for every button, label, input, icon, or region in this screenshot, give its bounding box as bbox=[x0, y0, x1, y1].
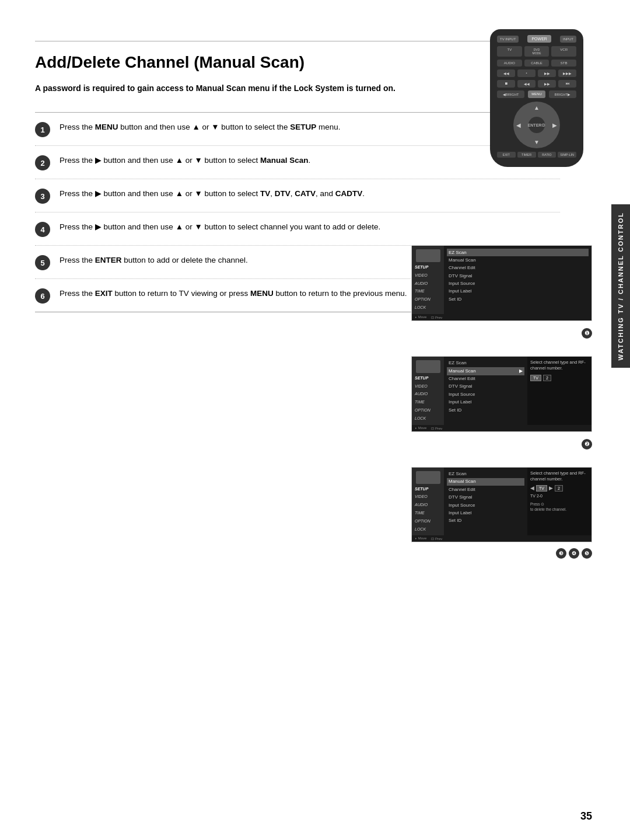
screenshots-area: SETUP VIDEO AUDIO TIME OPTION LOCK EZ Sc… bbox=[411, 245, 592, 576]
side-tab-text: WATCHING TV / CHANNEL CONTROL bbox=[617, 212, 624, 360]
menu-channel-edit-2: Channel Edit bbox=[449, 375, 523, 383]
step-number-2: 2 bbox=[35, 155, 50, 170]
nav-outer: ▲ ▼ ◀ ▶ ENTER⊙ bbox=[513, 102, 560, 148]
sidebar-video-2: VIDEO bbox=[412, 382, 444, 391]
menu-dtv-signal-2: DTV Signal bbox=[449, 383, 523, 391]
menu-input-label-1: Input Label bbox=[449, 288, 587, 295]
badge-4: ❹ bbox=[569, 548, 579, 559]
remote-top-row: TV INPUT POWER INPUT bbox=[497, 35, 576, 43]
remote-control-area: TV INPUT POWER INPUT TV DVDMODE VCR AUDI… bbox=[478, 29, 595, 167]
menu-ez-scan-3: EZ Scan bbox=[449, 470, 523, 478]
step-row-3: 3 Press the ▶ button and then use ▲ or ▼… bbox=[35, 179, 560, 212]
side-tab: WATCHING TV / CHANNEL CONTROL bbox=[611, 204, 630, 368]
vcr-button: VCR bbox=[551, 46, 576, 57]
step-text-2: Press the ▶ button and then use ▲ or ▼ b… bbox=[60, 154, 310, 167]
bright-left: ◀BRIGHT bbox=[497, 90, 524, 98]
btn-rw: ◀◀ bbox=[517, 80, 536, 88]
panel-3-inner: SETUP VIDEO AUDIO TIME OPTION LOCK EZ Sc… bbox=[412, 468, 592, 536]
dvd-mode-button: DVDMODE bbox=[524, 46, 550, 57]
sidebar-audio-2: AUDIO bbox=[412, 390, 444, 398]
timer-button: TIMER bbox=[517, 152, 536, 158]
sidebar-option-3: OPTION bbox=[412, 517, 444, 525]
menu-manual-scan-2: Manual Scan ▶ bbox=[447, 367, 524, 375]
panel-1-menu: EZ Scan Manual Scan Channel Edit DTV Sig… bbox=[444, 246, 592, 314]
step-text-3: Press the ▶ button and then use ▲ or ▼ b… bbox=[60, 187, 365, 200]
btn-end: ⏹ bbox=[497, 80, 515, 88]
sidebar-video: VIDEO bbox=[412, 271, 444, 280]
exit-button: EXIT bbox=[497, 152, 516, 158]
panel-2-wrapper: SETUP VIDEO AUDIO TIME OPTION LOCK EZ Sc… bbox=[411, 356, 592, 449]
num-row-1: ◀◀ • ▶▶ ▶▶▶ bbox=[497, 69, 576, 77]
footer-move-2: ⬧ Move bbox=[415, 426, 426, 430]
step-text-6: Press the EXIT button to return to TV vi… bbox=[60, 287, 407, 300]
audio-button: AUDIO bbox=[497, 60, 522, 67]
menu-arrow-2: ▶ bbox=[519, 368, 523, 374]
exit-row: EXIT TIMER RATIO SIMP-LIN bbox=[497, 152, 576, 158]
nav-up-arrow: ▲ bbox=[534, 104, 540, 111]
step-number-6: 6 bbox=[35, 288, 50, 304]
sidebar-time-2: TIME bbox=[412, 398, 444, 406]
tv-nav-row: ◀ TV ▶ 2 bbox=[530, 485, 589, 492]
panel-1-badge: ❶ bbox=[411, 327, 592, 339]
sidebar-setup-3: SETUP bbox=[412, 485, 444, 493]
menu-input-source-1: Input Source bbox=[449, 280, 587, 288]
badge-2: ❷ bbox=[582, 439, 592, 449]
step-number-1: 1 bbox=[35, 122, 50, 137]
step-text-4: Press the ▶ button and then use ▲ or ▼ b… bbox=[60, 221, 380, 233]
sidebar-video-3: VIDEO bbox=[412, 493, 444, 501]
screen-panel-1: SETUP VIDEO AUDIO TIME OPTION LOCK EZ Sc… bbox=[411, 245, 592, 321]
sidebar-option-2: OPTION bbox=[412, 406, 444, 414]
step-row-4: 4 Press the ▶ button and then use ▲ or ▼… bbox=[35, 212, 560, 246]
audio-row: AUDIO CABLE STB bbox=[497, 60, 576, 67]
menu-dtv-signal-3: DTV Signal bbox=[449, 494, 523, 501]
menu-manual-scan-1: Manual Scan bbox=[449, 256, 587, 264]
num-box-2: 2 bbox=[543, 375, 551, 381]
menu-row: ◀BRIGHT MENU BRIGHT▶ bbox=[497, 90, 576, 98]
sidebar-audio: AUDIO bbox=[412, 280, 444, 288]
footer-ok-3: ⊡ Prev bbox=[431, 536, 442, 541]
sidebar-lock-2: LOCK bbox=[412, 414, 444, 423]
tv-box-3: TV bbox=[536, 485, 547, 492]
step-text-5: Press the ENTER button to add or delete … bbox=[60, 254, 248, 267]
panel-2-badge: ❷ bbox=[411, 438, 592, 449]
panel-1-thumb bbox=[416, 249, 440, 262]
num-box-3: 2 bbox=[555, 485, 563, 492]
menu-channel-edit-3: Channel Edit bbox=[449, 486, 523, 493]
sidebar-setup: SETUP bbox=[412, 263, 444, 271]
num-fwd: ▶▶ bbox=[538, 69, 556, 77]
menu-set-id-1: Set ID bbox=[449, 295, 587, 303]
footer-move-3: ⬧ Move bbox=[415, 536, 426, 541]
btn-ff: ▶▶ bbox=[538, 80, 556, 88]
input-button: INPUT bbox=[560, 36, 576, 43]
left-arrow-indicator: ◀ bbox=[530, 485, 534, 491]
remote: TV INPUT POWER INPUT TV DVDMODE VCR AUDI… bbox=[490, 29, 583, 167]
panel-3-right: Select channel type and RF-channel numbe… bbox=[527, 468, 592, 536]
sidebar-audio-3: AUDIO bbox=[412, 501, 444, 509]
footer-move-1: ⬧ Move bbox=[415, 315, 426, 319]
right-arrow-indicator: ▶ bbox=[549, 485, 553, 491]
source-row: TV DVDMODE VCR bbox=[497, 46, 576, 57]
bright-right: BRIGHT▶ bbox=[549, 90, 576, 98]
panel-1-sidebar: SETUP VIDEO AUDIO TIME OPTION LOCK bbox=[412, 246, 444, 314]
panel-2-footer: ⬧ Move ⊡ Prev bbox=[412, 425, 592, 431]
num-dot: • bbox=[517, 69, 536, 77]
step-number-5: 5 bbox=[35, 255, 50, 270]
screen-panel-2: SETUP VIDEO AUDIO TIME OPTION LOCK EZ Sc… bbox=[411, 356, 592, 432]
nav-right-arrow: ▶ bbox=[552, 122, 557, 128]
tv-input-button: TV INPUT bbox=[497, 36, 519, 43]
menu-set-id-2: Set ID bbox=[449, 406, 523, 414]
tv-button: TV bbox=[497, 46, 522, 57]
nav-circle: ▲ ▼ ◀ ▶ ENTER⊙ bbox=[513, 102, 560, 148]
sidebar-time-3: TIME bbox=[412, 509, 444, 517]
menu-input-source-2: Input Source bbox=[449, 391, 523, 398]
right-text-2: Select channel type and RF-channel numbe… bbox=[530, 360, 589, 372]
tv-box-2: TV bbox=[530, 375, 541, 381]
menu-ez-scan-1: EZ Scan bbox=[447, 249, 589, 256]
cable-button: CABLE bbox=[524, 60, 550, 67]
simplink-button: SIMP-LIN bbox=[558, 152, 576, 158]
panel-2-menu: EZ Scan Manual Scan ▶ Channel Edit DTV S… bbox=[444, 357, 527, 425]
menu-manual-scan-3: Manual Scan bbox=[447, 478, 524, 486]
menu-input-label-2: Input Label bbox=[449, 399, 523, 406]
num-row-2: ⏹ ◀◀ ▶▶ ⏮ bbox=[497, 80, 576, 88]
ratio-button: RATIO bbox=[538, 152, 556, 158]
